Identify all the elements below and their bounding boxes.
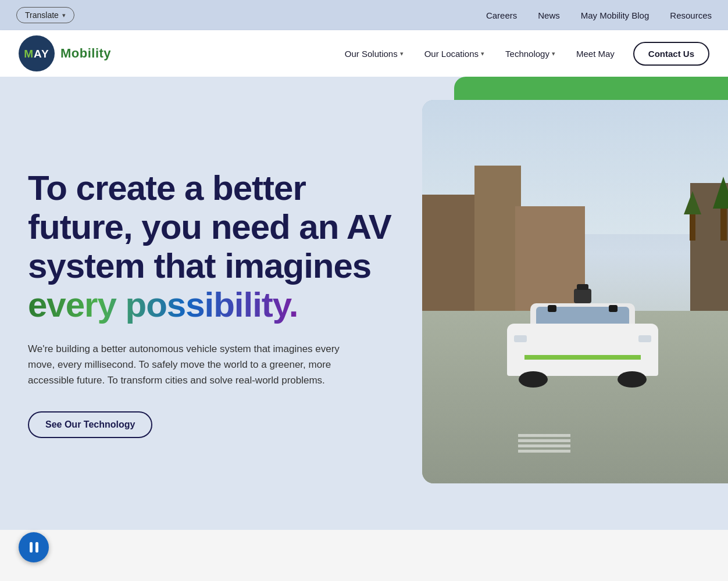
see-technology-button[interactable]: See Our Technology [28,411,152,438]
hero-heading-gradient: every possibility. [28,285,422,324]
bottom-section [0,530,728,581]
nav-solutions-label: Our Solutions [345,49,398,59]
tree-trunk-2 [720,209,727,241]
chevron-down-icon: ▾ [481,50,484,58]
top-nav: Careers News May Mobility Blog Resources [486,10,712,20]
nav-careers[interactable]: Careers [486,10,517,20]
crosswalk [518,434,570,453]
tree-2 [713,177,728,241]
chevron-down-icon: ▾ [400,50,404,58]
chevron-down-icon: ▾ [552,50,555,58]
contact-us-button[interactable]: Contact Us [633,42,709,66]
car-wheel-left [519,371,548,388]
chevron-down-icon: ▾ [62,12,66,19]
hero-content: To create a better future, you need an A… [0,77,422,530]
tree-1 [684,191,701,241]
pause-bar-left [30,542,33,553]
pause-icon [30,542,38,553]
trees [684,177,728,241]
pause-button[interactable] [19,532,49,562]
hero-image-area [422,77,728,530]
crosswalk-line [518,444,570,447]
nav-meet-may-label: Meet May [576,49,615,59]
building-2 [474,166,521,311]
building-1 [422,195,480,311]
car-side-sensor-right [609,305,618,312]
nav-resources[interactable]: Resources [670,10,712,20]
hero-heading-line2: future, you need an AV [28,207,391,246]
nav-technology-label: Technology [505,49,549,59]
car-side-sensor-left [548,305,556,312]
crosswalk-line [518,439,570,442]
nav-technology[interactable]: Technology ▾ [497,44,563,63]
car-lidar-sensor [574,289,591,303]
pause-bar-right [35,542,38,553]
tree-trunk-1 [690,214,695,241]
logo-mobility-text: Mobility [60,46,111,61]
car-green-stripe [524,355,641,360]
translate-button[interactable]: Translate ▾ [16,7,74,23]
logo-link[interactable]: MAY Mobility [19,35,111,71]
hero-image-card [422,100,728,483]
logo-may-text: MAY [24,48,49,59]
top-bar: Translate ▾ Careers News May Mobility Bl… [0,0,728,30]
tree-top-1 [684,191,701,214]
nav-locations-label: Our Locations [424,49,479,59]
logo-circle: MAY [19,35,55,71]
hero-description: We're building a better autonomous vehic… [28,341,342,389]
av-car [490,300,676,388]
nav-meet-may[interactable]: Meet May [568,44,623,63]
main-nav-links: Our Solutions ▾ Our Locations ▾ Technolo… [337,42,709,66]
car-body [507,324,658,376]
translate-label: Translate [25,10,59,20]
crosswalk-line [518,450,570,453]
nav-locations[interactable]: Our Locations ▾ [416,44,493,63]
hero-heading-line1: To create a better [28,168,306,207]
car-headlight-right [638,335,651,342]
hero-heading-line3: system that imagines [28,246,371,285]
hero-section: To create a better future, you need an A… [0,77,728,530]
tree-top-2 [713,177,728,209]
car-wheel-right [618,371,647,388]
nav-blog[interactable]: May Mobility Blog [581,10,650,20]
nav-solutions[interactable]: Our Solutions ▾ [337,44,412,63]
car-headlight-left [514,335,527,342]
nav-news[interactable]: News [538,10,560,20]
crosswalk-line [518,434,570,437]
hero-car-scene [422,100,728,483]
hero-heading: To create a better future, you need an A… [28,168,422,325]
scene-buildings [422,100,728,311]
main-nav: MAY Mobility Our Solutions ▾ Our Locatio… [0,30,728,77]
